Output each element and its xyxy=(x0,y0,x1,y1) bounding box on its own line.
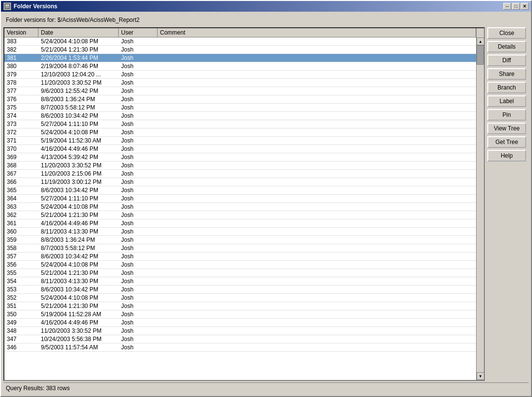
scroll-down-button[interactable]: ▼ xyxy=(477,372,484,380)
table-row[interactable]: 3715/19/2004 11:52:30 AMJosh xyxy=(4,137,476,145)
column-header-date[interactable]: Date xyxy=(38,28,119,37)
pin-button[interactable]: Pin xyxy=(487,109,526,121)
cell-version: 351 xyxy=(4,302,38,310)
cell-date: 11/20/2003 3:30:52 PM xyxy=(38,327,119,335)
branch-button[interactable]: Branch xyxy=(487,82,526,93)
table-row[interactable]: 3565/24/2004 4:10:08 PMJosh xyxy=(4,261,476,269)
table-row[interactable]: 36711/20/2003 2:15:06 PMJosh xyxy=(4,170,476,178)
scrollbar-track[interactable] xyxy=(477,45,484,372)
table-row[interactable]: 3658/6/2003 10:34:42 PMJosh xyxy=(4,186,476,195)
cell-user: Josh xyxy=(119,244,158,252)
table-row[interactable]: 3645/27/2004 1:11:10 PMJosh xyxy=(4,195,476,203)
cell-comment xyxy=(158,347,476,348)
cell-user: Josh xyxy=(119,228,158,235)
table-row[interactable]: 3548/11/2003 4:13:30 PMJosh xyxy=(4,277,476,286)
close-button[interactable]: Close xyxy=(487,27,526,39)
cell-version: 359 xyxy=(4,236,38,244)
table-row[interactable]: 3538/6/2003 10:34:42 PMJosh xyxy=(4,286,476,294)
vertical-scrollbar[interactable]: ▲ ▼ xyxy=(476,37,484,380)
table-row[interactable]: 3635/24/2004 4:10:08 PMJosh xyxy=(4,203,476,211)
cell-user: Josh xyxy=(119,162,158,169)
table-row[interactable]: 3469/5/2003 11:57:54 AMJosh xyxy=(4,343,476,352)
table-row[interactable]: 3825/21/2004 1:21:30 PMJosh xyxy=(4,46,476,54)
scrollbar-thumb[interactable] xyxy=(477,45,484,65)
table-row[interactable]: 3515/21/2004 1:21:30 PMJosh xyxy=(4,302,476,310)
cell-comment xyxy=(158,124,476,125)
table-row[interactable]: 3598/8/2003 1:36:24 PMJosh xyxy=(4,236,476,244)
cell-version: 347 xyxy=(4,335,38,343)
cell-user: Josh xyxy=(119,71,158,78)
cell-user: Josh xyxy=(119,277,158,285)
table-row[interactable]: 3704/16/2004 4:49:46 PMJosh xyxy=(4,145,476,153)
table-row[interactable]: 36811/20/2003 3:30:52 PMJosh xyxy=(4,162,476,170)
column-header-comment[interactable]: Comment xyxy=(158,28,476,37)
table-row[interactable]: 3494/16/2004 4:49:46 PMJosh xyxy=(4,319,476,327)
table-row[interactable]: 3748/6/2003 10:34:42 PMJosh xyxy=(4,112,476,120)
cell-version: 368 xyxy=(4,162,38,169)
scroll-up-button[interactable]: ▲ xyxy=(477,37,484,45)
table-row[interactable]: 3555/21/2004 1:21:30 PMJosh xyxy=(4,269,476,277)
cell-version: 365 xyxy=(4,186,38,194)
cell-version: 349 xyxy=(4,319,38,326)
table-row[interactable]: 3835/24/2004 4:10:08 PMJosh xyxy=(4,37,476,46)
table-row[interactable]: 37811/20/2003 3:30:52 PMJosh xyxy=(4,79,476,87)
table-body[interactable]: 3835/24/2004 4:10:08 PMJosh3825/21/2004 … xyxy=(4,37,476,380)
cell-version: 380 xyxy=(4,62,38,70)
cell-comment xyxy=(158,215,476,216)
table-row[interactable]: 3614/16/2004 4:49:46 PMJosh xyxy=(4,219,476,228)
share-button[interactable]: Share xyxy=(487,68,526,80)
maximize-button[interactable]: □ xyxy=(512,3,520,10)
cell-date: 5/24/2004 4:10:08 PM xyxy=(38,128,119,136)
cell-comment xyxy=(158,314,476,315)
table-row[interactable]: 34811/20/2003 3:30:52 PMJosh xyxy=(4,327,476,335)
cell-version: 377 xyxy=(4,87,38,95)
table-header: Version Date User Comment xyxy=(4,28,476,37)
table-row[interactable]: 34710/24/2003 5:56:38 PMJosh xyxy=(4,335,476,343)
table-row[interactable]: 3768/8/2003 1:36:24 PMJosh xyxy=(4,95,476,104)
cell-comment xyxy=(158,181,476,182)
table-row[interactable]: 3505/19/2004 11:52:28 AMJosh xyxy=(4,310,476,319)
view-tree-button[interactable]: View Tree xyxy=(487,123,526,134)
details-button[interactable]: Details xyxy=(487,41,526,53)
table-row[interactable]: 3608/11/2003 4:13:30 PMJosh xyxy=(4,228,476,236)
cell-comment xyxy=(158,330,476,331)
cell-date: 5/21/2004 1:21:30 PM xyxy=(38,211,119,219)
window-close-button[interactable]: ✕ xyxy=(521,3,529,10)
get-tree-button[interactable]: Get Tree xyxy=(487,136,526,148)
cell-comment xyxy=(158,99,476,100)
cell-comment xyxy=(158,41,476,42)
table-row[interactable]: 3578/6/2003 10:34:42 PMJosh xyxy=(4,253,476,261)
table-row[interactable]: 3735/27/2004 1:11:10 PMJosh xyxy=(4,120,476,128)
cell-comment xyxy=(158,281,476,282)
cell-date: 5/24/2004 4:10:08 PM xyxy=(38,37,119,45)
table-row[interactable]: 3802/19/2004 8:07:46 PMJosh xyxy=(4,62,476,71)
table-row[interactable]: 3625/21/2004 1:21:30 PMJosh xyxy=(4,211,476,219)
table-row[interactable]: 3525/24/2004 4:10:08 PMJosh xyxy=(4,294,476,302)
table-row[interactable]: 3694/13/2004 5:39:42 PMJosh xyxy=(4,153,476,162)
diff-button[interactable]: Diff xyxy=(487,54,526,66)
table-row[interactable]: 36611/19/2003 3:00:12 PMJosh xyxy=(4,178,476,186)
cell-date: 5/21/2004 1:21:30 PM xyxy=(38,269,119,277)
cell-version: 373 xyxy=(4,120,38,128)
cell-version: 370 xyxy=(4,145,38,153)
table-row[interactable]: 37912/10/2003 12:04:20 ...Josh xyxy=(4,71,476,79)
minimize-button[interactable]: ─ xyxy=(503,3,511,10)
column-header-version[interactable]: Version xyxy=(4,28,38,37)
cell-comment xyxy=(158,74,476,75)
cell-user: Josh xyxy=(119,104,158,111)
table-row[interactable]: 3758/7/2003 5:58:12 PMJosh xyxy=(4,104,476,112)
label-button[interactable]: Label xyxy=(487,95,526,107)
table-row[interactable]: 3725/24/2004 4:10:08 PMJosh xyxy=(4,128,476,137)
cell-date: 8/11/2003 4:13:30 PM xyxy=(38,277,119,285)
cell-user: Josh xyxy=(119,219,158,227)
cell-date: 10/24/2003 5:56:38 PM xyxy=(38,335,119,343)
cell-date: 5/27/2004 1:11:10 PM xyxy=(38,195,119,202)
cell-version: 352 xyxy=(4,294,38,302)
cell-version: 369 xyxy=(4,153,38,161)
table-row[interactable]: 3588/7/2003 5:58:12 PMJosh xyxy=(4,244,476,253)
table-row[interactable]: 3779/6/2003 12:55:42 PMJosh xyxy=(4,87,476,95)
column-header-user[interactable]: User xyxy=(119,28,158,37)
help-button[interactable]: Help xyxy=(487,150,526,162)
table-row[interactable]: 3812/26/2004 1:53:44 PMJosh xyxy=(4,54,476,62)
cell-user: Josh xyxy=(119,112,158,120)
